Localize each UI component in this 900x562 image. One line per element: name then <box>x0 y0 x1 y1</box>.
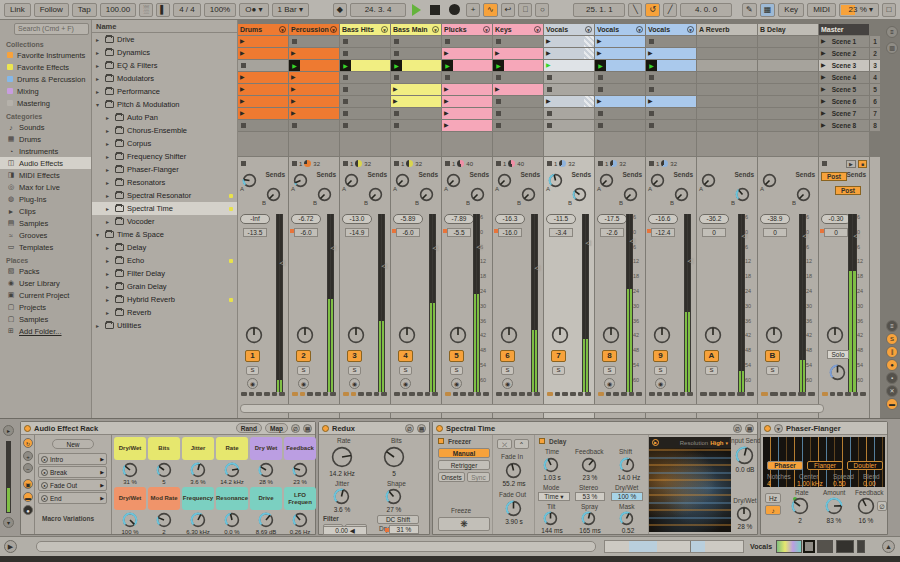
dash-segment[interactable] <box>798 392 805 396</box>
tree-expand-icon[interactable]: ▸ <box>96 49 102 56</box>
dash-segment[interactable] <box>629 392 635 396</box>
clip-stop-button[interactable] <box>598 75 603 80</box>
macro-variation-row[interactable]: ●End▶ <box>38 492 107 504</box>
clip-slot[interactable]: ▶ <box>238 72 288 83</box>
clip-play-button[interactable]: ▶ <box>240 36 245 47</box>
launch-variation-icon[interactable]: ▶ <box>100 456 104 462</box>
macro-value[interactable]: 31 % <box>112 479 148 485</box>
clip-slot[interactable] <box>493 36 543 47</box>
tree-expand-icon[interactable]: ▸ <box>106 127 112 134</box>
clip-stop-all-button[interactable] <box>292 161 297 166</box>
tree-item-utilities[interactable]: ▸Utilities <box>92 319 237 332</box>
clip-slot[interactable] <box>544 108 594 119</box>
save-preset-icon[interactable]: ▤ <box>745 424 754 433</box>
pan-knob[interactable] <box>296 326 314 348</box>
jitter-value[interactable]: 3.6 % <box>323 506 361 513</box>
macro-value[interactable]: 14.2 kHz <box>214 479 250 485</box>
hide-device-view-icon[interactable]: ▲ <box>882 540 895 553</box>
clip-slot[interactable] <box>289 36 339 47</box>
show-macros-toggle-icon[interactable]: ▣ <box>23 479 33 489</box>
clip-slot[interactable]: ▶ <box>595 48 645 59</box>
clip-play-button[interactable]: ▶ <box>444 120 449 131</box>
sidebar-item-favorite-instruments[interactable]: Favorite Instruments <box>0 49 91 61</box>
clip-stop-button[interactable] <box>547 123 552 128</box>
track-header-dropdown-icon[interactable]: ▾ <box>687 26 694 33</box>
resolution-value[interactable]: High <box>710 440 723 446</box>
arm-record-button[interactable]: ◉ <box>247 378 258 389</box>
dash-segment[interactable] <box>366 392 372 396</box>
clip-slot[interactable] <box>544 120 594 131</box>
clip-stop-button[interactable] <box>241 63 246 68</box>
macro-name-pad[interactable]: Frequency <box>182 487 214 510</box>
track-header[interactable]: Keys▾ <box>493 24 543 35</box>
dry-wet-field[interactable]: 31 % <box>389 525 419 534</box>
dash-segment[interactable] <box>728 392 735 396</box>
dash-segment[interactable] <box>770 392 777 396</box>
input-send-value[interactable]: 0.0 dB <box>725 466 765 473</box>
send-b-knob[interactable] <box>623 187 638 206</box>
dash-segment[interactable] <box>256 392 262 396</box>
tree-expand-icon[interactable]: ▸ <box>106 296 112 303</box>
send-a-knob[interactable] <box>650 173 665 192</box>
peak-level-display[interactable]: -Inf <box>240 214 270 224</box>
dash-segment[interactable] <box>483 392 489 396</box>
send-a-knob[interactable] <box>242 173 257 192</box>
clip-slot[interactable] <box>646 36 696 47</box>
clip-stop-button[interactable] <box>292 39 297 44</box>
tree-item-frequency-shifter[interactable]: ▸Frequency Shifter <box>92 150 237 163</box>
scene-launch-button[interactable]: ▶ <box>821 120 826 131</box>
clip-slot[interactable] <box>391 48 441 59</box>
clip-play-button[interactable]: ▶ <box>495 84 500 95</box>
macro-variation-row[interactable]: ●Fade Out▶ <box>38 479 107 491</box>
device-on-icon[interactable] <box>436 425 443 432</box>
clip-playing-button[interactable]: ▶ <box>289 60 300 71</box>
clip-slot[interactable] <box>391 120 441 131</box>
scene-launch-button[interactable]: ▶ <box>821 108 826 119</box>
solo-button[interactable]: S <box>297 366 310 375</box>
track-activator-button[interactable]: 3 <box>347 350 362 362</box>
bits-knob[interactable] <box>383 446 405 472</box>
dash-segment[interactable] <box>496 392 502 396</box>
clip-stop-all-button[interactable] <box>598 161 603 166</box>
clip-stop-button[interactable] <box>649 75 654 80</box>
clip-play-button[interactable]: ▶ <box>291 96 296 107</box>
dash-segment[interactable] <box>468 392 474 396</box>
clip-stop-button[interactable] <box>241 123 246 128</box>
clip-playing-button[interactable]: ▶ <box>646 60 657 71</box>
clip-slot[interactable]: ▶ <box>289 96 339 107</box>
send-a-knob[interactable] <box>497 173 512 192</box>
clip-slot[interactable]: ▶ <box>544 48 594 59</box>
sidebar-item-instruments[interactable]: ◔Instruments <box>0 145 91 157</box>
macro-value[interactable]: 28 % <box>248 479 284 485</box>
track-activator-button[interactable]: B <box>765 350 780 362</box>
clip-stop-button[interactable] <box>496 39 501 44</box>
clip-stop-button[interactable] <box>292 123 297 128</box>
record-button[interactable] <box>446 3 463 17</box>
hot-swap-icon[interactable]: ∅ <box>733 424 742 433</box>
send-b-knob[interactable] <box>317 187 332 206</box>
scene-number-cell[interactable]: 2 <box>870 48 880 59</box>
dash-segment[interactable] <box>547 392 553 396</box>
search-input[interactable]: Search (Cmd + F) <box>14 23 89 35</box>
tree-item-auto-pan[interactable]: ▸Auto Pan <box>92 111 237 124</box>
volume-fader-handle[interactable]: ◁ <box>630 237 635 245</box>
dash-segment[interactable] <box>636 392 642 396</box>
clip-stop-button[interactable] <box>394 51 399 56</box>
tree-expand-icon[interactable]: ▸ <box>106 205 112 212</box>
scene-slot[interactable]: ▶Scene 5 <box>819 84 869 95</box>
clip-slot[interactable] <box>442 36 492 47</box>
tree-item-reverb[interactable]: ▸Reverb <box>92 306 237 319</box>
clip-slot[interactable] <box>340 120 390 131</box>
track-header[interactable]: Drums▾ <box>238 24 288 35</box>
sidebar-item-add-folder-[interactable]: ⊞Add Folder... <box>0 325 91 337</box>
pan-knob[interactable] <box>500 326 518 348</box>
clip-slot[interactable]: ▶ <box>646 60 696 71</box>
rack-map-button[interactable]: Map <box>265 423 288 433</box>
clip-slot[interactable] <box>595 108 645 119</box>
volume-fader-handle[interactable]: ◁ <box>535 264 540 272</box>
key-map-button[interactable]: Key <box>778 3 804 17</box>
dash-segment[interactable] <box>680 392 686 396</box>
clip-quantize-menu[interactable]: 1 Bar ▾ <box>272 3 309 17</box>
clip-slot[interactable]: ▶ <box>289 84 339 95</box>
sidebar-item-midi-effects[interactable]: ◨MIDI Effects <box>0 169 91 181</box>
